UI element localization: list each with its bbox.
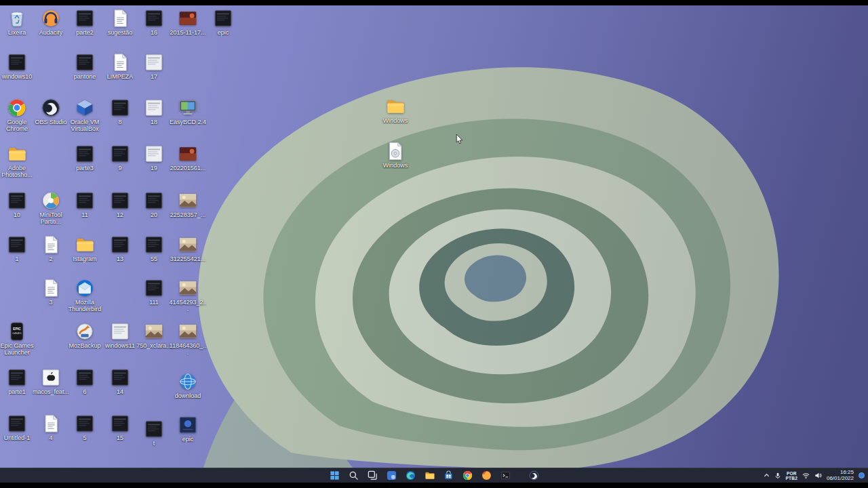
desktop-icon-limpeza[interactable]: LIMPEZA bbox=[101, 52, 139, 80]
desktop-icon-label: Windows bbox=[376, 117, 414, 124]
desktop-icon-parte3[interactable]: parte3 bbox=[66, 144, 104, 171]
desktop-icon-label: download bbox=[169, 392, 207, 399]
language-indicator[interactable]: POR PTB2 bbox=[786, 471, 797, 481]
desktop-icon-easybcd-2-4[interactable]: EasyBCD 2.4 bbox=[169, 98, 207, 125]
desktop-icon-pantone[interactable]: pantone bbox=[66, 52, 104, 80]
desktop-icon-18[interactable]: 18 bbox=[135, 98, 173, 125]
language-line1: POR bbox=[787, 471, 797, 476]
desktop-icon-8[interactable]: 8 bbox=[101, 98, 139, 125]
obs-icon bbox=[529, 470, 539, 481]
desktop-icon-312255421[interactable]: 312255421... bbox=[169, 235, 207, 262]
taskbar-task-view-button[interactable] bbox=[367, 470, 378, 481]
desktop-icon-13[interactable]: 13 bbox=[101, 235, 139, 262]
desktop-icon-5[interactable]: 5 bbox=[66, 413, 104, 441]
system-tray: POR PTB2 16:25 06/01/2022 bbox=[764, 468, 865, 483]
desktop-icon-12[interactable]: 12 bbox=[101, 190, 139, 218]
desktop-icon-windows[interactable]: Windows bbox=[376, 96, 414, 124]
desktop-icon-17[interactable]: 17 bbox=[135, 52, 173, 80]
desktop-icon-14[interactable]: 14 bbox=[101, 367, 139, 395]
desktop-icon-label: 9 bbox=[101, 165, 139, 171]
desktop-icon-parte1[interactable]: parte1 bbox=[0, 367, 36, 395]
desktop-icon-6[interactable]: 6 bbox=[66, 367, 104, 395]
desktop-icon-20[interactable]: 20 bbox=[135, 190, 173, 218]
desktop-icon-sugest-o[interactable]: sugestão bbox=[101, 8, 139, 36]
thumb-mac-icon bbox=[41, 367, 61, 388]
microphone-icon[interactable] bbox=[774, 472, 781, 479]
desktop-icon-istagram[interactable]: Istagram bbox=[66, 235, 104, 262]
desktop-icon-4[interactable]: 4 bbox=[32, 413, 70, 441]
desktop-icon-audacity[interactable]: Audacity bbox=[32, 8, 70, 36]
desktop-icon-2[interactable]: 2 bbox=[32, 235, 70, 262]
desktop-icon-9[interactable]: 9 bbox=[101, 144, 139, 171]
desktop-icon-label: macos_feat... bbox=[32, 388, 70, 395]
desktop-icon-22528357[interactable]: 22528357_... bbox=[169, 190, 207, 218]
desktop-icon-google-chrome[interactable]: Google Chrome bbox=[0, 98, 36, 132]
desktop-icon-minitool-partiti[interactable]: MiniTool Partiti... bbox=[32, 190, 70, 225]
desktop-icon-oracle-vm-virtualbox[interactable]: Oracle VM VirtualBox bbox=[66, 98, 104, 132]
desktop-icon-t[interactable]: t bbox=[135, 419, 173, 447]
desktop-icon-750-xclara[interactable]: 750_xclara... bbox=[135, 321, 173, 349]
hidden-icons-chevron[interactable] bbox=[764, 472, 770, 479]
taskbar-store-button[interactable] bbox=[443, 470, 454, 481]
desktop-icon-windows11[interactable]: windows11 bbox=[101, 321, 139, 349]
taskbar-file-explorer-button[interactable] bbox=[424, 470, 435, 481]
thumb-dark-icon bbox=[75, 8, 95, 28]
desktop-icon-16[interactable]: 16 bbox=[135, 8, 173, 36]
desktop-icon-label: 8 bbox=[101, 119, 139, 125]
desktop-icon-mozbackup[interactable]: MozBackup bbox=[66, 321, 104, 349]
desktop-icon-label: 6 bbox=[66, 388, 104, 395]
taskbar-obs-button[interactable] bbox=[528, 470, 539, 481]
desktop-icon-macos-feat[interactable]: macos_feat... bbox=[32, 367, 70, 395]
desktop-icon-10[interactable]: 10 bbox=[0, 190, 36, 218]
thumb-dark-icon bbox=[75, 144, 95, 164]
desktop-icon-55[interactable]: 55 bbox=[135, 235, 173, 262]
desktop-icon-3[interactable]: 3 bbox=[32, 278, 70, 306]
desktop-icon-mozilla-thunderbird[interactable]: Mozilla Thunderbird bbox=[66, 278, 104, 312]
volume-icon[interactable] bbox=[814, 472, 822, 479]
desktop-icon-label: parte1 bbox=[0, 388, 36, 395]
desktop-icon-111[interactable]: 111 bbox=[135, 278, 173, 306]
network-icon[interactable] bbox=[802, 472, 810, 479]
desktop-icon-2015-11-17[interactable]: 2015-11-17... bbox=[169, 8, 207, 36]
desktop-icon-15[interactable]: 15 bbox=[101, 413, 139, 441]
desktop-icon-parte2[interactable]: parte2 bbox=[66, 8, 104, 36]
desktop-icon-obs-studio[interactable]: OBS Studio bbox=[32, 98, 70, 125]
desktop[interactable]: LixeiraAudacityparte2sugestão162015-11-1… bbox=[0, 5, 868, 468]
thumb-light-icon bbox=[110, 321, 130, 342]
taskbar-chrome-button[interactable] bbox=[462, 470, 473, 481]
setup-exe-icon bbox=[385, 141, 406, 161]
desktop-icon-label: 312255421... bbox=[169, 256, 207, 262]
taskbar-search-button[interactable] bbox=[348, 470, 359, 481]
desktop-icon-label: LIMPEZA bbox=[101, 73, 139, 80]
taskbar-start-button[interactable] bbox=[329, 470, 340, 481]
taskbar-widgets-button[interactable] bbox=[386, 470, 397, 481]
thunderbird-icon bbox=[75, 278, 95, 298]
notification-badge[interactable] bbox=[859, 472, 865, 479]
desktop-icon-202201561[interactable]: 202201561... bbox=[169, 144, 207, 171]
desktop-icon-epic[interactable]: epic bbox=[204, 8, 242, 36]
desktop-icon-windows[interactable]: Windows bbox=[376, 141, 414, 169]
taskbar-firefox-button[interactable] bbox=[481, 470, 492, 481]
thumb-blue-icon bbox=[178, 415, 198, 435]
thumb-light-icon bbox=[144, 52, 164, 73]
desktop-icon-lixeira[interactable]: Lixeira bbox=[0, 8, 36, 36]
desktop-icon-adobe-photosho[interactable]: Adobe Photosho... bbox=[0, 144, 36, 178]
desktop-icon-11[interactable]: 11 bbox=[66, 190, 104, 218]
desktop-icon-epic-games-launcher[interactable]: EPICGAMESEpic Games Launcher bbox=[0, 321, 36, 356]
desktop-icon-windows10[interactable]: windows10 bbox=[0, 52, 36, 80]
desktop-icon-untitled-1[interactable]: Untitled-1 bbox=[0, 413, 36, 441]
taskbar-terminal-button[interactable] bbox=[500, 470, 511, 481]
desktop-icon-41454293-2[interactable]: 41454293_2... bbox=[169, 278, 207, 312]
taskbar-edge-button[interactable] bbox=[405, 470, 416, 481]
desktop-icon-epic[interactable]: epic bbox=[169, 415, 207, 443]
clock[interactable]: 16:25 06/01/2022 bbox=[827, 470, 854, 481]
edge-icon bbox=[406, 470, 416, 481]
desktop-icon-download[interactable]: download bbox=[169, 371, 207, 399]
desktop-icon-1[interactable]: 1 bbox=[0, 235, 36, 262]
desktop-icon-19[interactable]: 19 bbox=[135, 144, 173, 171]
desktop-icon-118464360[interactable]: 118464360_... bbox=[169, 321, 207, 356]
desktop-icon-label: sugestão bbox=[101, 29, 139, 36]
desktop-icon-label: 12 bbox=[101, 211, 139, 218]
thumb-light-icon bbox=[144, 98, 164, 118]
desktop-icon-label: MozBackup bbox=[66, 342, 104, 349]
